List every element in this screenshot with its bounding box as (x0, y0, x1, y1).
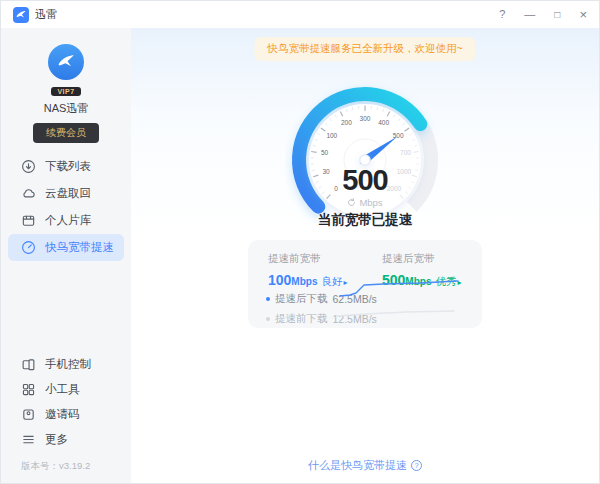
sidebar-item-more[interactable]: 更多 (8, 427, 124, 452)
version-label: 版本号：v3.19.2 (1, 452, 131, 483)
avatar[interactable] (48, 44, 84, 80)
row-label: 提速后下载 (275, 292, 328, 306)
sidebar-item-label: 手机控制 (45, 357, 91, 372)
invite-icon (21, 407, 36, 422)
gauge-unit-row: Mbps (285, 197, 445, 208)
status-title: 当前宽带已提速 (131, 211, 599, 229)
sidebar-item-label: 更多 (45, 432, 68, 447)
upgrade-banner: 快鸟宽带提速服务已全新升级，欢迎使用~ (254, 37, 475, 61)
sidebar-item-cloud-retrieve[interactable]: 云盘取回 (8, 180, 124, 207)
content-area: VIP7 NAS迅雷 续费会员 下载列表 云盘取回 (1, 28, 599, 483)
svg-text:700: 700 (400, 149, 411, 156)
close-icon[interactable]: × (579, 8, 587, 21)
sidebar-item-broadband-boost[interactable]: 快鸟宽带提速 (8, 234, 124, 261)
cloud-icon (21, 186, 36, 201)
svg-text:200: 200 (341, 119, 352, 126)
svg-text:100: 100 (326, 132, 337, 139)
minimize-icon[interactable]: — (524, 9, 535, 20)
before-value-row[interactable]: 100Mbps良好▸ (268, 271, 347, 289)
sidebar-item-download-list[interactable]: 下载列表 (8, 153, 124, 180)
download-icon (21, 159, 36, 174)
help-icon[interactable]: ? (499, 9, 505, 20)
legend-dot-blue (266, 297, 270, 301)
user-name: NAS迅雷 (1, 101, 131, 116)
refresh-icon[interactable] (347, 198, 356, 207)
vip-badge: VIP7 (51, 87, 80, 96)
before-label: 提速前宽带 (268, 252, 347, 266)
app-logo-icon (13, 7, 29, 23)
row-label: 提速前下载 (275, 312, 328, 326)
app-title: 迅雷 (35, 7, 57, 22)
svg-text:50: 50 (321, 149, 329, 156)
phone-icon (21, 357, 36, 372)
after-download-sparkline (340, 280, 462, 298)
sidebar-menu: 下载列表 云盘取回 个人片库 (1, 153, 131, 261)
renew-membership-button[interactable]: 续费会员 (33, 123, 99, 143)
svg-text:300: 300 (360, 115, 371, 122)
svg-text:500: 500 (393, 132, 404, 139)
sidebar-item-label: 云盘取回 (45, 186, 91, 201)
speed-comparison-card: 提速前宽带 100Mbps良好▸ 提速后宽带 500Mbps优秀▸ 提速后下载 … (248, 240, 482, 328)
main-panel: 快鸟宽带提速服务已全新升级，欢迎使用~ 03050100200300400500… (131, 28, 599, 483)
sidebar-item-label: 下载列表 (45, 159, 91, 174)
grid-icon (21, 382, 36, 397)
sidebar-item-label: 快鸟宽带提速 (45, 240, 114, 255)
sidebar-item-label: 邀请码 (45, 407, 80, 422)
info-icon: ? (411, 460, 422, 471)
before-download-sparkline (336, 306, 458, 318)
user-profile: VIP7 NAS迅雷 续费会员 (1, 44, 131, 143)
sidebar-item-label: 小工具 (45, 382, 80, 397)
app-window: 迅雷 ? — □ × VIP7 NAS迅雷 续费会员 (0, 0, 600, 484)
sidebar: VIP7 NAS迅雷 续费会员 下载列表 云盘取回 (1, 28, 131, 483)
sidebar-bottom-menu: 手机控制 小工具 邀请码 (1, 352, 131, 483)
titlebar: 迅雷 ? — □ × (1, 1, 599, 28)
sidebar-item-phone-control[interactable]: 手机控制 (8, 352, 124, 377)
before-broadband: 提速前宽带 100Mbps良好▸ (268, 252, 347, 289)
what-is-boost-link[interactable]: 什么是快鸟宽带提速 ? (131, 458, 599, 473)
legend-dot-gray (266, 317, 270, 321)
film-icon (21, 213, 36, 228)
gauge-value: 500 (285, 164, 445, 197)
after-label: 提速后宽带 (382, 252, 461, 266)
maximize-icon[interactable]: □ (554, 10, 560, 20)
gauge-unit: Mbps (359, 197, 382, 208)
sidebar-item-tools[interactable]: 小工具 (8, 377, 124, 402)
menu-icon (21, 432, 36, 447)
speedometer-icon (21, 240, 36, 255)
sidebar-item-label: 个人片库 (45, 213, 91, 228)
svg-text:400: 400 (378, 119, 389, 126)
sidebar-item-invite-code[interactable]: 邀请码 (8, 402, 124, 427)
sidebar-item-video-library[interactable]: 个人片库 (8, 207, 124, 234)
window-controls: ? — □ × (499, 8, 587, 21)
